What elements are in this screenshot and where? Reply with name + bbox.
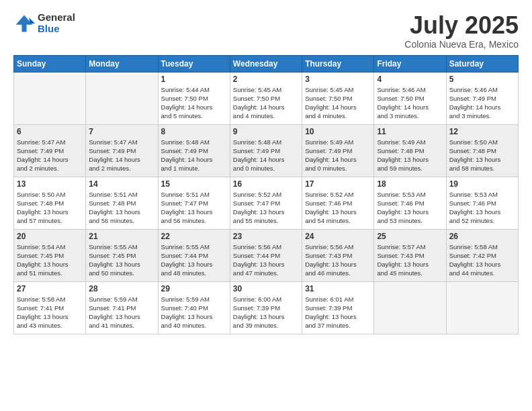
col-wednesday: Wednesday: [230, 55, 302, 72]
table-row: 24Sunrise: 5:56 AM Sunset: 7:43 PM Dayli…: [302, 229, 374, 281]
table-row: 12Sunrise: 5:50 AM Sunset: 7:48 PM Dayli…: [446, 124, 518, 177]
logo-text: General Blue: [38, 12, 75, 34]
main-title: July 2025: [404, 12, 519, 39]
day-info: Sunrise: 5:59 AM Sunset: 7:40 PM Dayligh…: [161, 295, 227, 330]
day-number: 4: [377, 75, 443, 84]
svg-marker-0: [16, 15, 33, 32]
day-info: Sunrise: 5:53 AM Sunset: 7:46 PM Dayligh…: [449, 190, 515, 226]
day-number: 6: [17, 127, 83, 136]
day-info: Sunrise: 5:59 AM Sunset: 7:41 PM Dayligh…: [89, 295, 154, 330]
day-number: 14: [89, 179, 154, 189]
day-info: Sunrise: 6:00 AM Sunset: 7:39 PM Dayligh…: [233, 295, 299, 330]
day-number: 9: [233, 127, 299, 136]
week-row-1: 1Sunrise: 5:44 AM Sunset: 7:50 PM Daylig…: [14, 72, 519, 124]
day-info: Sunrise: 5:54 AM Sunset: 7:45 PM Dayligh…: [17, 242, 83, 278]
day-number: 16: [233, 179, 299, 189]
day-number: 5: [449, 75, 515, 84]
table-row: 13Sunrise: 5:50 AM Sunset: 7:48 PM Dayli…: [14, 177, 86, 229]
table-row: 10Sunrise: 5:49 AM Sunset: 7:49 PM Dayli…: [302, 124, 374, 177]
day-number: 2: [233, 75, 299, 84]
day-number: 22: [161, 232, 227, 241]
header: General Blue July 2025 Colonia Nueva Era…: [13, 12, 519, 50]
day-info: Sunrise: 5:46 AM Sunset: 7:49 PM Dayligh…: [449, 85, 515, 121]
table-row: 11Sunrise: 5:49 AM Sunset: 7:48 PM Dayli…: [374, 124, 446, 177]
day-number: 28: [89, 284, 154, 293]
day-info: Sunrise: 5:56 AM Sunset: 7:44 PM Dayligh…: [233, 242, 299, 278]
table-row: 29Sunrise: 5:59 AM Sunset: 7:40 PM Dayli…: [158, 281, 230, 334]
day-info: Sunrise: 5:58 AM Sunset: 7:42 PM Dayligh…: [449, 242, 515, 278]
day-number: 21: [89, 232, 154, 241]
table-row: 15Sunrise: 5:51 AM Sunset: 7:47 PM Dayli…: [158, 177, 230, 229]
table-row: 16Sunrise: 5:52 AM Sunset: 7:47 PM Dayli…: [230, 177, 302, 229]
table-row: 21Sunrise: 5:55 AM Sunset: 7:45 PM Dayli…: [86, 229, 158, 281]
day-number: 13: [17, 179, 83, 189]
table-row: 26Sunrise: 5:58 AM Sunset: 7:42 PM Dayli…: [446, 229, 518, 281]
day-number: 27: [17, 284, 83, 293]
day-number: 17: [305, 179, 371, 189]
table-row: 3Sunrise: 5:45 AM Sunset: 7:50 PM Daylig…: [302, 72, 374, 124]
logo-general-text: General: [38, 12, 75, 24]
day-number: 23: [233, 232, 299, 241]
week-row-5: 27Sunrise: 5:58 AM Sunset: 7:41 PM Dayli…: [14, 281, 519, 334]
day-number: 31: [305, 284, 371, 293]
day-info: Sunrise: 5:57 AM Sunset: 7:43 PM Dayligh…: [377, 242, 443, 278]
table-row: 7Sunrise: 5:47 AM Sunset: 7:49 PM Daylig…: [86, 124, 158, 177]
table-row: 27Sunrise: 5:58 AM Sunset: 7:41 PM Dayli…: [14, 281, 86, 334]
day-number: 18: [377, 179, 443, 189]
day-info: Sunrise: 5:46 AM Sunset: 7:50 PM Dayligh…: [377, 85, 443, 121]
subtitle: Colonia Nueva Era, Mexico: [404, 39, 519, 50]
day-info: Sunrise: 5:44 AM Sunset: 7:50 PM Dayligh…: [161, 85, 227, 121]
table-row: 6Sunrise: 5:47 AM Sunset: 7:49 PM Daylig…: [14, 124, 86, 177]
table-row: 9Sunrise: 5:48 AM Sunset: 7:49 PM Daylig…: [230, 124, 302, 177]
week-row-2: 6Sunrise: 5:47 AM Sunset: 7:49 PM Daylig…: [14, 124, 519, 177]
week-row-4: 20Sunrise: 5:54 AM Sunset: 7:45 PM Dayli…: [14, 229, 519, 281]
day-info: Sunrise: 6:01 AM Sunset: 7:39 PM Dayligh…: [305, 295, 371, 330]
day-number: 10: [305, 127, 371, 136]
day-info: Sunrise: 5:45 AM Sunset: 7:50 PM Dayligh…: [305, 85, 371, 121]
day-number: 8: [161, 127, 227, 136]
table-row: 20Sunrise: 5:54 AM Sunset: 7:45 PM Dayli…: [14, 229, 86, 281]
day-info: Sunrise: 5:48 AM Sunset: 7:49 PM Dayligh…: [161, 138, 227, 173]
table-row: [86, 72, 158, 124]
day-number: 25: [377, 232, 443, 241]
day-info: Sunrise: 5:51 AM Sunset: 7:47 PM Dayligh…: [161, 190, 227, 226]
table-row: 22Sunrise: 5:55 AM Sunset: 7:44 PM Dayli…: [158, 229, 230, 281]
day-number: 30: [233, 284, 299, 293]
day-info: Sunrise: 5:56 AM Sunset: 7:43 PM Dayligh…: [305, 242, 371, 278]
day-info: Sunrise: 5:50 AM Sunset: 7:48 PM Dayligh…: [17, 190, 83, 226]
table-row: 23Sunrise: 5:56 AM Sunset: 7:44 PM Dayli…: [230, 229, 302, 281]
table-row: [446, 281, 518, 334]
day-info: Sunrise: 5:48 AM Sunset: 7:49 PM Dayligh…: [233, 138, 299, 173]
day-number: 7: [89, 127, 154, 136]
table-row: 30Sunrise: 6:00 AM Sunset: 7:39 PM Dayli…: [230, 281, 302, 334]
table-row: 2Sunrise: 5:45 AM Sunset: 7:50 PM Daylig…: [230, 72, 302, 124]
day-number: 20: [17, 232, 83, 241]
day-info: Sunrise: 5:49 AM Sunset: 7:48 PM Dayligh…: [377, 138, 443, 173]
day-number: 1: [161, 75, 227, 84]
day-info: Sunrise: 5:58 AM Sunset: 7:41 PM Dayligh…: [17, 295, 83, 330]
day-number: 11: [377, 127, 443, 136]
col-friday: Friday: [374, 55, 446, 72]
day-info: Sunrise: 5:45 AM Sunset: 7:50 PM Dayligh…: [233, 85, 299, 121]
day-number: 3: [305, 75, 371, 84]
day-number: 15: [161, 179, 227, 189]
day-info: Sunrise: 5:47 AM Sunset: 7:49 PM Dayligh…: [17, 138, 83, 173]
day-number: 12: [449, 127, 515, 136]
title-area: July 2025 Colonia Nueva Era, Mexico: [404, 12, 519, 50]
logo-blue-text: Blue: [38, 24, 75, 35]
table-row: 17Sunrise: 5:52 AM Sunset: 7:46 PM Dayli…: [302, 177, 374, 229]
logo-icon: [13, 13, 35, 34]
col-monday: Monday: [86, 55, 158, 72]
day-info: Sunrise: 5:50 AM Sunset: 7:48 PM Dayligh…: [449, 138, 515, 173]
col-saturday: Saturday: [446, 55, 518, 72]
table-row: 19Sunrise: 5:53 AM Sunset: 7:46 PM Dayli…: [446, 177, 518, 229]
day-info: Sunrise: 5:47 AM Sunset: 7:49 PM Dayligh…: [89, 138, 154, 173]
week-row-3: 13Sunrise: 5:50 AM Sunset: 7:48 PM Dayli…: [14, 177, 519, 229]
day-info: Sunrise: 5:53 AM Sunset: 7:46 PM Dayligh…: [377, 190, 443, 226]
page: General Blue July 2025 Colonia Nueva Era…: [0, 0, 532, 411]
logo: General Blue: [13, 12, 75, 34]
table-row: 14Sunrise: 5:51 AM Sunset: 7:48 PM Dayli…: [86, 177, 158, 229]
table-row: [374, 281, 446, 334]
table-row: 31Sunrise: 6:01 AM Sunset: 7:39 PM Dayli…: [302, 281, 374, 334]
col-sunday: Sunday: [14, 55, 86, 72]
